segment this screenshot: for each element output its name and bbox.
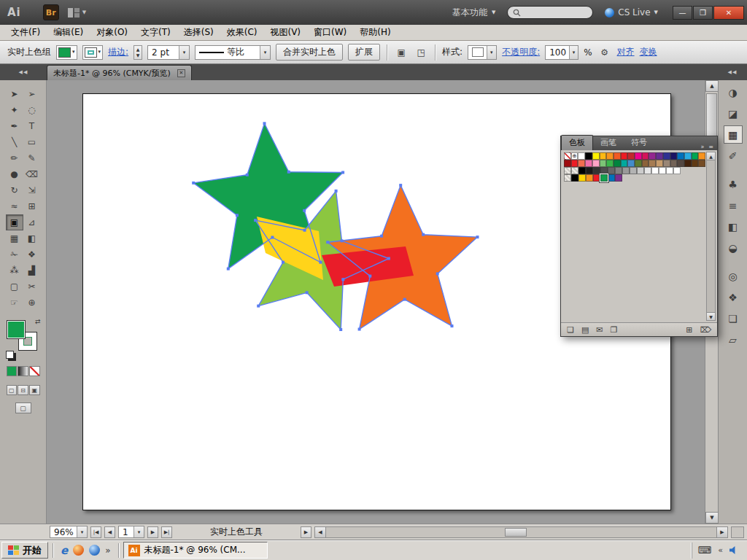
- swatch[interactable]: [663, 160, 670, 167]
- swatch[interactable]: [586, 167, 593, 174]
- stepper-down-icon[interactable]: ▼: [136, 52, 140, 58]
- anchor-point[interactable]: [303, 209, 306, 212]
- anchor-point[interactable]: [403, 298, 406, 301]
- status-menu-button[interactable]: ▶: [301, 526, 311, 538]
- swatch[interactable]: [670, 160, 678, 167]
- anchor-point[interactable]: [476, 236, 479, 238]
- appearance-panel-icon[interactable]: ◎: [724, 267, 743, 285]
- anchor-point[interactable]: [236, 214, 239, 217]
- swatch[interactable]: [677, 160, 684, 167]
- draw-behind-button[interactable]: ⊟: [18, 385, 28, 395]
- free-transform-tool[interactable]: ⊞: [23, 198, 41, 214]
- swatch[interactable]: [564, 160, 571, 167]
- symbol-sprayer-tool[interactable]: ⁂: [6, 262, 23, 279]
- swatch[interactable]: [615, 174, 622, 182]
- chevron-down-icon[interactable]: ▾: [569, 46, 578, 59]
- swatch[interactable]: [622, 167, 630, 174]
- opacity-link[interactable]: 不透明度:: [502, 46, 540, 58]
- gradient-mode-button[interactable]: [18, 366, 28, 376]
- swatch[interactable]: [656, 160, 663, 167]
- none-mode-button[interactable]: [29, 366, 40, 376]
- swatch[interactable]: [614, 160, 621, 167]
- slice-tool[interactable]: ✂: [23, 279, 41, 295]
- show-swatch-kinds-icon[interactable]: ▤: [581, 325, 589, 335]
- scale-tool[interactable]: ⇲: [23, 182, 41, 198]
- draw-inside-button[interactable]: ▣: [29, 385, 40, 395]
- fill-color-dropdown[interactable]: ▾: [56, 45, 77, 60]
- swatch[interactable]: [642, 152, 649, 160]
- width-profile-combo[interactable]: 等比 ▾: [195, 45, 271, 60]
- fill-color-proxy[interactable]: [7, 320, 26, 339]
- swatch[interactable]: [635, 152, 642, 160]
- swatch[interactable]: [585, 160, 592, 167]
- stroke-weight-stepper[interactable]: ▲ ▼: [133, 45, 142, 60]
- anchor-point[interactable]: [380, 235, 383, 238]
- scroll-right-icon[interactable]: ▶: [716, 527, 727, 537]
- swatch[interactable]: [614, 152, 621, 160]
- swatch[interactable]: [578, 167, 586, 174]
- new-swatch-icon[interactable]: ⊞: [686, 325, 692, 335]
- swatch[interactable]: [684, 160, 692, 167]
- panel-tab-色板[interactable]: 色板: [561, 135, 593, 150]
- swatch[interactable]: [586, 174, 593, 182]
- swatches-panel-icon[interactable]: ▦: [724, 125, 743, 144]
- scroll-down-icon[interactable]: ▼: [707, 312, 715, 320]
- swap-fill-stroke-icon[interactable]: ⇄: [35, 318, 41, 325]
- anchor-point[interactable]: [271, 236, 274, 239]
- swatch[interactable]: [578, 174, 586, 182]
- swatch[interactable]: [600, 160, 607, 167]
- anchor-point[interactable]: [287, 171, 290, 174]
- transform-panel-link[interactable]: 变换: [640, 46, 657, 58]
- swatch[interactable]: [606, 152, 614, 160]
- swatch[interactable]: [592, 152, 600, 160]
- brushes-panel-icon[interactable]: ✐: [724, 147, 743, 165]
- artboard-tool[interactable]: ▢: [6, 279, 23, 295]
- quick-launch-firefox-icon[interactable]: [73, 545, 84, 556]
- zoom-tool[interactable]: ⊕: [23, 295, 41, 311]
- swatch[interactable]: [621, 152, 628, 160]
- artboard-number-combo[interactable]: 1 ▾: [118, 526, 144, 538]
- eraser-tool[interactable]: ⌫: [23, 166, 41, 182]
- swatch[interactable]: [637, 167, 644, 174]
- swatch[interactable]: [627, 152, 635, 160]
- menu-item[interactable]: 视图(V): [263, 24, 307, 41]
- graphic-styles-panel-icon[interactable]: ❖: [724, 288, 743, 306]
- gradient-panel-icon[interactable]: ◧: [724, 217, 743, 236]
- color-panel-icon[interactable]: ◑: [724, 83, 743, 101]
- paintbrush-tool[interactable]: ✏: [6, 150, 23, 166]
- anchor-point[interactable]: [192, 182, 195, 184]
- chevron-down-icon[interactable]: ▾: [179, 46, 189, 59]
- anchor-point[interactable]: [246, 174, 249, 176]
- swatch[interactable]: [651, 167, 659, 174]
- minimize-button[interactable]: —: [673, 6, 692, 20]
- default-fill-stroke-icon[interactable]: [6, 351, 14, 359]
- anchor-point[interactable]: [436, 272, 439, 275]
- swatch[interactable]: [698, 152, 705, 160]
- anchor-point[interactable]: [254, 219, 257, 222]
- live-paint-bucket-tool[interactable]: ▣: [6, 214, 23, 230]
- scroll-down-icon[interactable]: ▼: [705, 512, 719, 524]
- menu-item[interactable]: 效果(C): [220, 24, 264, 41]
- previous-artboard-button[interactable]: ◀: [104, 526, 115, 538]
- close-document-icon[interactable]: ✕: [177, 69, 185, 77]
- isolate-selected-object-icon[interactable]: ▣: [394, 45, 409, 60]
- input-method-icon[interactable]: ⌨: [698, 545, 712, 556]
- anchor-point[interactable]: [422, 233, 425, 236]
- anchor-point[interactable]: [368, 275, 371, 278]
- cs-live-button[interactable]: CS Live ▼: [605, 7, 658, 18]
- swatch[interactable]: [670, 152, 678, 160]
- style-combo[interactable]: ▾: [468, 45, 497, 60]
- swatch[interactable]: [578, 160, 585, 167]
- anchor-point[interactable]: [451, 324, 454, 327]
- recolor-artwork-icon[interactable]: ⚙: [597, 45, 612, 60]
- first-artboard-button[interactable]: |◀: [90, 526, 101, 538]
- swatch[interactable]: [649, 152, 656, 160]
- swatch[interactable]: [663, 152, 670, 160]
- restore-button[interactable]: ❐: [693, 6, 713, 20]
- anchor-point[interactable]: [326, 241, 329, 244]
- swatch[interactable]: [642, 160, 649, 167]
- panel-menu-icon[interactable]: ≡: [708, 144, 713, 150]
- workspace-switcher-button[interactable]: 基本功能 ▼: [452, 7, 495, 19]
- anchor-point[interactable]: [227, 268, 230, 271]
- swatch[interactable]: [698, 160, 705, 167]
